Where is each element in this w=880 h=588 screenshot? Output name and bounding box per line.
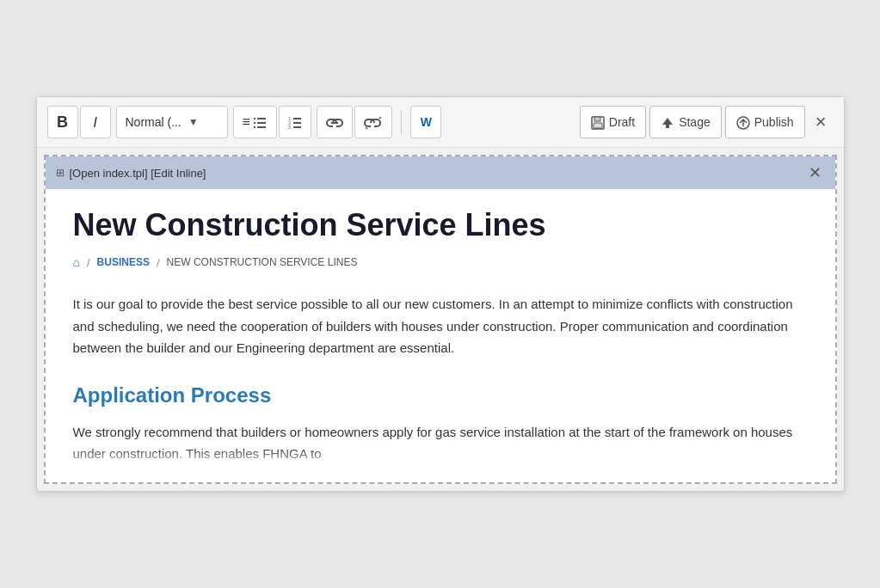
- content-area: ⊞ [Open index.tpl] [Edit Inline] ✕ New C…: [44, 155, 837, 484]
- svg-rect-1: [257, 118, 266, 119]
- breadcrumb-current: NEW CONSTRUCTION SERVICE LINES: [167, 256, 358, 268]
- svg-rect-11: [293, 126, 301, 128]
- toolbar-right-actions: Draft Stage Publish: [580, 106, 834, 138]
- template-bar-info: ⊞ [Open index.tpl] [Edit Inline]: [56, 167, 206, 180]
- page-content: New Construction Service Lines ⌂ / BUSIN…: [46, 189, 835, 482]
- breadcrumb-home-icon[interactable]: ⌂: [73, 255, 80, 269]
- breadcrumb-business-link[interactable]: BUSINESS: [97, 256, 150, 268]
- bold-button[interactable]: B: [47, 106, 78, 138]
- application-process-heading: Application Process: [73, 383, 808, 407]
- svg-rect-19: [666, 125, 669, 128]
- svg-rect-4: [254, 126, 255, 128]
- list-group: ≡ 1. 2.: [233, 106, 312, 138]
- editor-wrapper: B I Normal (... ▼ ≡: [36, 96, 845, 492]
- svg-marker-18: [662, 118, 673, 125]
- publish-label: Publish: [754, 115, 794, 129]
- page-title: New Construction Service Lines: [73, 206, 808, 243]
- close-icon: ✕: [809, 163, 822, 182]
- format-label: Normal (...: [126, 115, 182, 129]
- toolbar: B I Normal (... ▼ ≡: [37, 97, 844, 148]
- svg-rect-5: [257, 126, 266, 128]
- publish-icon: [736, 115, 750, 130]
- italic-button[interactable]: I: [80, 106, 111, 138]
- text-format-group: B I: [47, 106, 111, 138]
- template-label: [Open index.tpl] [Edit Inline]: [70, 167, 206, 180]
- insert-link-button[interactable]: [317, 106, 353, 138]
- save-icon: [591, 115, 605, 130]
- link-icon: [326, 115, 343, 129]
- section-paragraph: We strongly recommend that builders or h…: [73, 421, 808, 465]
- breadcrumb: ⌂ / BUSINESS / NEW CONSTRUCTION SERVICE …: [73, 255, 808, 269]
- word-icon: W: [421, 116, 432, 128]
- svg-line-14: [366, 127, 367, 129]
- template-bar: ⊞ [Open index.tpl] [Edit Inline] ✕: [46, 156, 835, 189]
- template-close-button[interactable]: ✕: [805, 163, 825, 182]
- svg-rect-0: [254, 118, 255, 119]
- svg-rect-9: [293, 122, 301, 124]
- upload-icon: [661, 115, 674, 130]
- intro-paragraph: It is our goal to provide the best servi…: [73, 293, 808, 359]
- word-paste-button[interactable]: W: [410, 106, 441, 138]
- section-text-container: We strongly recommend that builders or h…: [73, 421, 808, 465]
- chevron-down-icon: ▼: [188, 116, 199, 128]
- svg-text:3.: 3.: [288, 125, 292, 129]
- toolbar-divider: [401, 110, 402, 134]
- svg-rect-7: [293, 118, 301, 119]
- template-icon: ⊞: [56, 167, 65, 179]
- close-button[interactable]: ×: [809, 106, 834, 138]
- draft-button[interactable]: Draft: [580, 106, 646, 138]
- stage-button[interactable]: Stage: [649, 106, 722, 138]
- svg-rect-16: [594, 117, 600, 121]
- svg-rect-3: [257, 122, 266, 124]
- draft-label: Draft: [609, 115, 635, 129]
- breadcrumb-separator-1: /: [87, 256, 90, 269]
- svg-rect-2: [254, 122, 255, 124]
- ordered-list-button[interactable]: 1. 2. 3.: [279, 106, 311, 138]
- stage-label: Stage: [679, 115, 711, 129]
- unordered-list-icon: ≡: [243, 115, 268, 129]
- unordered-list-button[interactable]: ≡: [233, 106, 278, 138]
- breadcrumb-separator-2: /: [157, 256, 160, 269]
- publish-button[interactable]: Publish: [725, 106, 805, 138]
- ordered-list-icon: 1. 2. 3.: [288, 115, 302, 129]
- paragraph-format-select[interactable]: Normal (... ▼: [116, 106, 228, 138]
- link-group: [317, 106, 392, 138]
- svg-line-13: [379, 117, 381, 119]
- unlink-icon: [364, 115, 383, 129]
- svg-rect-17: [594, 123, 602, 128]
- remove-link-button[interactable]: [354, 106, 392, 138]
